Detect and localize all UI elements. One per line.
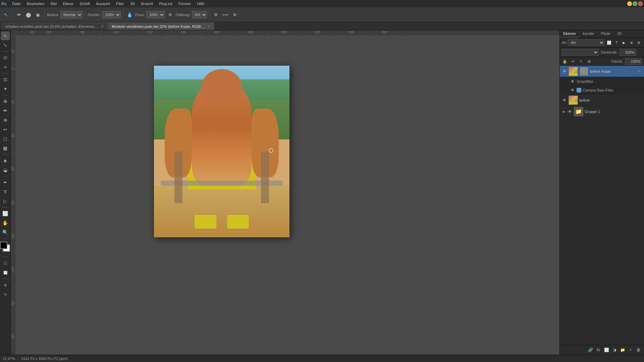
fluss-select[interactable]: 100% — [146, 11, 165, 18]
layer-item-camera-raw[interactable]: 👁 Camera Raw-Filter — [560, 86, 644, 95]
blend-mode-select[interactable]: Normal — [562, 49, 599, 56]
modus-select[interactable]: Normal — [60, 11, 83, 18]
symmetry-icon[interactable]: ⟺ — [221, 11, 229, 19]
menu-schrift[interactable]: Schrift — [77, 1, 93, 6]
layer-item-gruppe1[interactable]: ▶ 👁 📁 Gruppe 1 — [560, 106, 644, 117]
art-icon-1[interactable]: ⬜ — [606, 39, 612, 46]
tab-0-close[interactable]: ✕ — [101, 24, 104, 28]
layer-vis-smartfilter[interactable]: 👁 — [570, 79, 575, 84]
delete-layer-icon[interactable]: 🗑 — [635, 347, 642, 353]
path-select-tool[interactable]: ▷ — [1, 197, 10, 205]
layer-vis-before[interactable]: 👁 — [562, 98, 567, 103]
pen-tool[interactable]: ✒ — [1, 178, 10, 187]
layer-vis-before-kopie[interactable]: 👁 — [562, 69, 567, 74]
new-group-icon[interactable]: 📁 — [619, 347, 626, 353]
smoothing-icon[interactable]: ⚙ — [166, 11, 174, 19]
hand-tool[interactable]: ✋ — [1, 219, 10, 227]
extra-icon[interactable]: ⊕ — [231, 11, 239, 19]
artboard-tool[interactable]: ⊞ — [1, 281, 10, 289]
new-layer-icon[interactable]: + — [627, 347, 634, 353]
brush-tool-left[interactable]: ✏ — [1, 106, 10, 115]
close-button[interactable]: × — [638, 1, 643, 6]
screen-mode-tool[interactable]: ⬜ — [1, 268, 10, 277]
minimize-button[interactable]: – — [627, 1, 632, 6]
brush-hardness[interactable]: ◉ — [34, 11, 42, 19]
lock-artboard-icon[interactable]: ⊞ — [586, 58, 592, 64]
brush-preset[interactable]: ⬤ — [24, 11, 33, 19]
menu-datei[interactable]: Datei — [9, 1, 23, 6]
maximize-button[interactable]: + — [633, 1, 637, 6]
layer-fx-before-kopie[interactable]: fx — [637, 69, 642, 74]
type-tool[interactable]: T — [1, 187, 10, 196]
selection-tool[interactable]: ↖ — [1, 32, 10, 40]
gradient-tool[interactable]: ▦ — [1, 144, 10, 153]
add-style-icon[interactable]: fx — [595, 347, 602, 353]
menu-3d[interactable]: 3D — [127, 1, 138, 6]
menu-ebene[interactable]: Ebene — [60, 1, 76, 6]
art-icon-3[interactable]: ▶ — [621, 39, 627, 46]
brush-tool[interactable]: ✏ — [15, 11, 23, 19]
lock-move-icon[interactable]: ↖ — [578, 58, 584, 64]
menu-hilfe[interactable]: Hilfe — [194, 1, 207, 6]
eyedropper-tool[interactable]: ✦ — [1, 84, 10, 93]
panel-tab-3d[interactable]: 3D — [614, 30, 625, 38]
svg-text:0: 0 — [11, 68, 14, 69]
menu-plugins[interactable]: Plug-ins — [156, 1, 175, 6]
tab-1[interactable]: Muskeln verstärken.psdc bei 22% (before … — [108, 22, 214, 30]
art-icon-2[interactable]: T — [613, 39, 620, 46]
crop-tool[interactable]: ⊡ — [1, 75, 10, 84]
tab-0[interactable]: schatten erstellen.psdc bei 23,6% (schat… — [1, 22, 107, 30]
glattung-select[interactable]: 0% — [192, 11, 207, 18]
healing-tool[interactable]: ⊕ — [1, 97, 10, 106]
art-select[interactable]: Art — [568, 39, 604, 46]
art-icon-5[interactable]: ⊗ — [635, 39, 642, 46]
lock-all-icon[interactable]: 🔒 — [562, 58, 568, 64]
art-icon-4[interactable]: ⊕ — [628, 39, 635, 46]
opacity-input[interactable] — [620, 49, 636, 56]
menu-auswahl[interactable]: Auswahl — [93, 1, 113, 6]
lasso-tool[interactable]: ⊙ — [1, 53, 10, 62]
canvas-document[interactable] — [16, 36, 559, 355]
tab-1-close[interactable]: ✕ — [208, 24, 210, 28]
layer-item-before[interactable]: 👁 before — [560, 95, 644, 106]
menu-fenster[interactable]: Fenster — [176, 1, 194, 6]
lock-draw-icon[interactable]: ✏ — [570, 58, 576, 64]
rotate-view-tool[interactable]: ↻ — [1, 290, 10, 299]
menu-bild[interactable]: Bild — [48, 1, 59, 6]
zoom-tool[interactable]: 🔍 — [1, 228, 10, 237]
quick-mask-tool[interactable]: ⬛ — [1, 259, 10, 267]
shape-tool[interactable]: ⬜ — [1, 209, 10, 218]
layer-list: 👁 before Kopie fx 👁 Smartfilter 👁 Camera… — [560, 66, 644, 345]
dodge-tool[interactable]: ◒ — [1, 166, 10, 174]
deckkraft-select[interactable]: 100% — [102, 11, 121, 18]
move-tool[interactable]: ↖ — [2, 11, 10, 19]
airbrush-icon[interactable]: 💧 — [126, 11, 134, 19]
quick-select-tool[interactable]: ⌖ — [1, 63, 10, 71]
art-section: Art Art ⬜ T ▶ ⊕ ⊗ — [560, 38, 644, 48]
fill-input[interactable] — [625, 58, 642, 65]
eraser-tool[interactable]: ◻ — [1, 134, 10, 143]
layer-item-before-kopie[interactable]: 👁 before Kopie fx — [560, 66, 644, 77]
svg-text:800: 800 — [11, 200, 14, 204]
blur-tool[interactable]: ◈ — [1, 156, 10, 165]
layer-arrow-gruppe1[interactable]: ▶ — [562, 110, 566, 114]
menu-filter[interactable]: Filter — [113, 1, 127, 6]
link-layers-icon[interactable]: 🔗 — [587, 347, 594, 353]
menu-bearbeiten[interactable]: Bearbeiten — [24, 1, 47, 6]
svg-text:-100: -100 — [11, 49, 14, 54]
panel-tab-pfade[interactable]: Pfade — [597, 30, 614, 38]
layer-vis-gruppe1[interactable]: 👁 — [567, 109, 573, 114]
layer-vis-camera-raw[interactable]: 👁 — [570, 87, 575, 93]
foreground-color-swatch[interactable] — [0, 242, 7, 249]
panel-tab-kanaele[interactable]: Kanäle — [579, 30, 597, 38]
add-mask-icon[interactable]: ⬜ — [603, 347, 610, 353]
history-brush-tool[interactable]: ↩ — [1, 125, 10, 134]
panel-tab-ebenen[interactable]: Ebenen — [560, 30, 579, 38]
menu-ansicht[interactable]: Ansicht — [138, 1, 156, 6]
clone-tool[interactable]: ⊕ — [1, 116, 10, 124]
document-canvas[interactable] — [154, 66, 289, 237]
new-adjustment-icon[interactable]: ◑ — [611, 347, 618, 353]
layer-item-smartfilter[interactable]: 👁 Smartfilter — [560, 77, 644, 86]
direct-selection-tool[interactable]: ⤡ — [1, 41, 10, 50]
angle-icon[interactable]: ⚙ — [212, 11, 220, 19]
